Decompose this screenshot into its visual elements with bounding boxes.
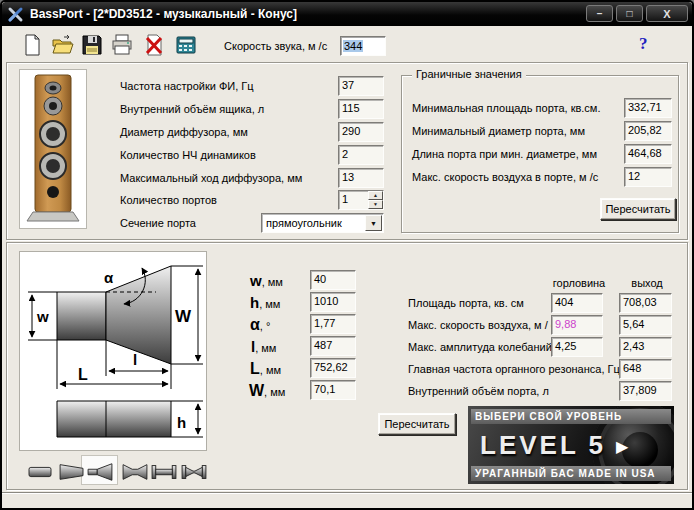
chevron-down-icon: ▼ <box>370 220 377 227</box>
shape-flanged-straight-icon[interactable] <box>149 461 179 483</box>
dim-h-field[interactable]: 1010 <box>310 292 356 312</box>
delete-file-icon[interactable] <box>142 33 166 57</box>
port-area-throat-value: 404 <box>555 296 573 308</box>
woofer-count-field[interactable]: 2 <box>338 145 384 165</box>
shape-flanged-waist-icon[interactable] <box>179 461 209 483</box>
max-air-speed-limit-label: Макс. скорость воздуха в порте, м /с <box>412 167 598 187</box>
min-port-diameter-field[interactable]: 205,82 <box>624 121 672 141</box>
organ-resonance-value: 648 <box>623 362 641 374</box>
dim-l-value: 487 <box>314 339 332 351</box>
organ-resonance-field[interactable]: 648 <box>619 359 672 379</box>
port-area-label: Площадь порта, кв. см <box>408 293 524 313</box>
max-air-speed-limit-field[interactable]: 12 <box>624 167 672 187</box>
port-count-value: 1 <box>342 193 348 205</box>
save-file-icon[interactable] <box>80 33 104 57</box>
air-speed-throat-field[interactable]: 9,88 <box>551 315 603 335</box>
dim-alpha-value: 1,77 <box>314 317 335 329</box>
help-icon[interactable]: ? <box>639 34 648 54</box>
port-section-label: Сечение порта <box>120 213 196 233</box>
maximize-icon: □ <box>626 8 632 19</box>
port-length-field[interactable]: 464,68 <box>624 144 672 164</box>
cone-diameter-field[interactable]: 290 <box>338 122 384 142</box>
spinner-down-icon: ▼ <box>373 201 378 207</box>
spinner-down-button[interactable]: ▼ <box>368 200 383 209</box>
new-file-icon[interactable] <box>20 33 44 57</box>
maximize-button[interactable]: □ <box>616 5 643 22</box>
open-file-icon[interactable] <box>50 33 74 57</box>
speaker-photo <box>19 69 87 229</box>
dropdown-button[interactable]: ▼ <box>365 215 382 231</box>
driver-panel: Частота настройки ФИ, Гц 37 Внутренний о… <box>6 62 688 240</box>
dim-l-field[interactable]: 487 <box>310 336 356 356</box>
minimize-icon: – <box>597 8 603 19</box>
dim-L-value: 752,62 <box>314 361 348 373</box>
port-section-dropdown[interactable]: прямоугольник ▼ <box>261 213 384 233</box>
dim-W-field[interactable]: 70,1 <box>310 380 356 400</box>
ad-banner[interactable]: ВЫБЕРИ СВОЙ УРОВЕНЬ LEVEL 5 ▶ УРАГАННЫЙ … <box>468 406 674 484</box>
tuning-frequency-label: Частота настройки ФИ, Гц <box>120 76 254 96</box>
port-count-spinner: 1 ▲ ▼ <box>338 190 384 210</box>
speed-of-sound-input[interactable]: 344 <box>340 36 386 56</box>
diagram-alpha-label: α <box>104 269 114 286</box>
minimize-button[interactable]: – <box>586 5 613 22</box>
cone-diameter-value: 290 <box>342 125 360 137</box>
shape-cone-waist-cone-icon[interactable] <box>120 461 150 483</box>
min-port-area-field[interactable]: 332,71 <box>624 98 672 118</box>
woofer-count-label: Количество НЧ динамиков <box>120 145 256 165</box>
shape-cone-icon[interactable] <box>57 461 87 483</box>
cone-diameter-label: Диаметр диффузора, мм <box>120 122 248 142</box>
tuning-frequency-value: 37 <box>342 79 354 91</box>
limits-group-title: Граничные значения <box>412 68 526 80</box>
air-speed-exit-field[interactable]: 5,64 <box>619 315 672 335</box>
speed-of-sound-value: 344 <box>343 40 363 52</box>
exit-column-header: выход <box>619 277 675 289</box>
box-volume-label: Внутренний объём ящика, л <box>120 99 264 119</box>
dim-h-value: 1010 <box>314 295 338 307</box>
amplitude-exit-value: 2,43 <box>623 340 644 352</box>
air-speed-label: Макс. скорость воздуха, м / с <box>408 315 556 335</box>
dim-L-field[interactable]: 752,62 <box>310 358 356 378</box>
max-air-speed-limit-value: 12 <box>628 170 640 182</box>
dim-w-value: 40 <box>314 273 326 285</box>
organ-resonance-label: Главная частота органного резонанса, Гц <box>408 359 620 379</box>
amplitude-throat-field[interactable]: 4,25 <box>551 337 603 357</box>
air-speed-throat-value: 9,88 <box>555 318 576 330</box>
port-volume-field[interactable]: 37,809 <box>619 381 672 401</box>
port-diagram: w W α l L <box>19 251 207 451</box>
dim-alpha-label: α, ° <box>250 316 270 334</box>
recalculate-limits-button[interactable]: Пересчитать <box>600 198 676 220</box>
air-speed-exit-value: 5,64 <box>623 318 644 330</box>
box-volume-field[interactable]: 115 <box>338 99 384 119</box>
diagram-w-label: w <box>36 308 49 325</box>
close-button[interactable]: X <box>646 5 688 22</box>
tuning-frequency-field[interactable]: 37 <box>338 76 384 96</box>
box-volume-value: 115 <box>342 102 360 114</box>
throat-column-header: горловина <box>551 277 607 289</box>
dim-alpha-field[interactable]: 1,77 <box>310 314 356 334</box>
speed-of-sound-label: Скорость звука, м /с <box>224 40 327 52</box>
shape-rect-cone-icon[interactable] <box>85 461 115 483</box>
amplitude-exit-field[interactable]: 2,43 <box>619 337 672 357</box>
port-length-label: Длина порта при мин. диаметре, мм <box>412 144 597 164</box>
port-volume-label: Внутренний объём порта, л <box>408 381 549 401</box>
max-excursion-label: Максимальный ход диффузора, мм <box>120 168 302 188</box>
min-port-area-label: Минимальная площадь порта, кв.см. <box>412 98 600 118</box>
recalculate-port-button[interactable]: Пересчитать <box>378 413 456 435</box>
port-panel: w W α l L <box>6 242 688 490</box>
window-title: BassPort - [2*DD3512 - музыкальный - Кон… <box>30 7 297 21</box>
port-area-exit-field[interactable]: 708,03 <box>619 293 672 313</box>
max-excursion-field[interactable]: 13 <box>338 168 384 188</box>
calculator-icon[interactable] <box>174 33 198 57</box>
toolbar: Скорость звука, м /с 344 ? <box>2 26 692 62</box>
diagram-W-label: W <box>175 307 192 326</box>
banner-level-text: LEVEL 5 <box>480 430 606 461</box>
dim-w-label: w, мм <box>250 272 283 289</box>
dim-w-field[interactable]: 40 <box>310 270 356 290</box>
print-icon[interactable] <box>110 33 134 57</box>
spinner-up-button[interactable]: ▲ <box>368 191 383 200</box>
port-area-throat-field[interactable]: 404 <box>551 293 603 313</box>
recalculate-port-label: Пересчитать <box>384 418 449 430</box>
min-port-area-value: 332,71 <box>628 101 662 113</box>
amplitude-throat-value: 4,25 <box>555 340 576 352</box>
shape-straight-icon[interactable] <box>25 461 55 483</box>
